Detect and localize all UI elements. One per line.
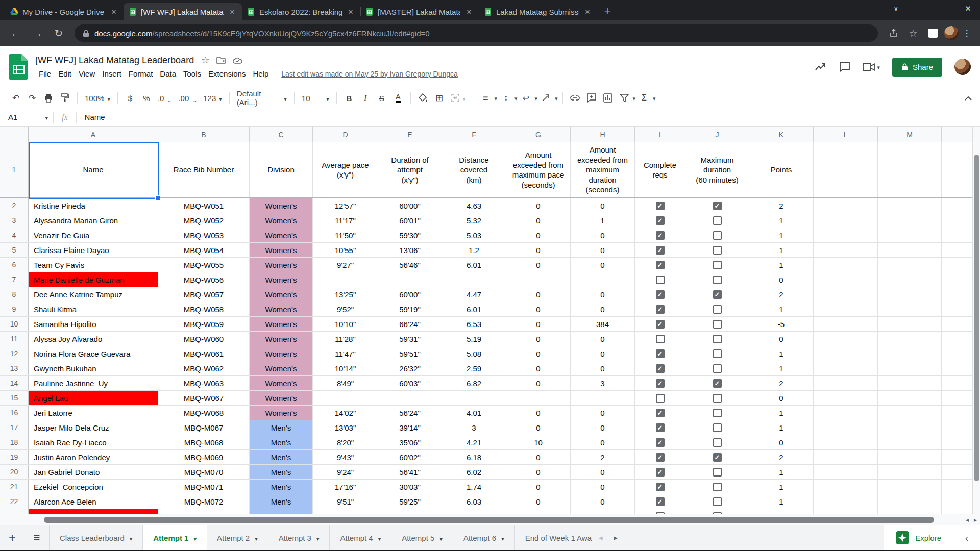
max-duration-checkbox[interactable] [713,305,722,314]
filler-cell[interactable] [942,198,973,213]
column-header-B[interactable]: B [158,127,250,142]
sheet-tab-class-leaderboard[interactable]: Class Leaderboard [49,525,143,550]
header-cell[interactable]: Duration of attempt (x'y") [378,142,442,197]
duration-exceeded-cell[interactable]: 0 [571,332,635,346]
bib-cell[interactable]: MBQ-W059 [158,317,250,331]
bib-cell[interactable]: MBQ-M072 [158,494,250,509]
max-duration-checkbox[interactable] [713,349,722,358]
empty-cell[interactable] [878,228,942,242]
duration-exceeded-cell[interactable]: 0 [571,435,635,449]
division-cell[interactable]: Women's [250,406,313,420]
distance-cell[interactable]: 4.47 [442,287,506,302]
explore-button[interactable]: Explore [884,525,953,550]
star-document-icon[interactable] [201,55,209,66]
grid-corner[interactable] [0,127,29,142]
new-tab-button[interactable] [600,4,615,18]
row-number[interactable]: 3 [0,213,29,228]
pace-cell[interactable]: 11'28" [313,332,378,346]
pace-cell[interactable]: 9'24" [313,465,378,479]
empty-cell[interactable] [878,435,942,449]
name-box[interactable]: A1 [0,113,53,121]
browser-menu-icon[interactable] [961,28,973,39]
points-cell[interactable]: 0 [749,272,814,287]
filler-cell[interactable] [942,346,973,361]
empty-cell[interactable] [814,509,878,514]
distance-cell[interactable]: 2.59 [442,361,506,375]
insert-link-button[interactable] [568,91,583,105]
distance-cell[interactable]: 5.03 [442,228,506,242]
division-cell[interactable]: Women's [250,391,313,405]
max-duration-checkbox[interactable] [713,364,722,373]
duration-exceeded-cell[interactable]: 0 [571,243,635,257]
complete-reqs-checkbox[interactable] [656,261,665,269]
distance-cell[interactable]: 5.08 [442,346,506,361]
empty-cell[interactable] [878,406,942,420]
pace-cell[interactable]: 8'49" [313,376,378,390]
account-avatar[interactable] [954,59,971,75]
duration-exceeded-cell[interactable]: 0 [571,465,635,479]
duration-exceeded-cell[interactable]: 2 [571,450,635,464]
empty-cell[interactable] [814,258,878,272]
header-cell[interactable]: Distance covered (km) [442,142,506,197]
complete-reqs-checkbox[interactable] [656,379,665,388]
zoom-select[interactable]: 100% [82,91,113,105]
paint-format-button[interactable] [57,91,72,105]
column-header-C[interactable]: C [250,127,313,142]
row-number[interactable]: 1 [0,142,29,197]
duration-cell[interactable]: 13'06" [378,243,442,257]
fill-color-button[interactable] [415,91,431,105]
distance-cell[interactable] [442,272,506,287]
complete-reqs-cell[interactable] [635,346,685,361]
division-cell[interactable]: Women's [250,346,313,361]
filler-cell[interactable] [942,332,973,346]
filter-dropdown[interactable] [633,93,636,103]
pace-cell[interactable] [313,272,378,287]
division-cell[interactable]: Women's [250,272,313,287]
max-duration-cell[interactable] [685,346,749,361]
complete-reqs-cell[interactable] [635,494,685,509]
insert-chart-button[interactable] [600,91,616,105]
row-number[interactable]: 13 [0,361,29,375]
bib-cell[interactable]: MBQ-M073 [158,509,250,514]
division-cell[interactable]: Men's [250,420,313,435]
pace-cell[interactable]: 17'16" [313,480,378,494]
max-duration-cell[interactable] [685,435,749,449]
complete-reqs-checkbox[interactable] [656,276,665,284]
max-duration-cell[interactable] [685,317,749,331]
division-cell[interactable]: Women's [250,317,313,331]
pace-exceeded-cell[interactable]: 0 [506,228,571,242]
header-cell[interactable]: Amount exceeded from maximum duration (s… [571,142,635,197]
filler-cell[interactable] [942,435,973,449]
empty-cell[interactable] [814,346,878,361]
pace-exceeded-cell[interactable]: 0 [506,213,571,228]
distance-cell[interactable]: 4.01 [442,406,506,420]
duration-cell[interactable]: 30'03" [378,480,442,494]
header-cell[interactable] [814,142,878,197]
redo-button[interactable] [24,91,40,105]
scroll-left-icon[interactable]: ◂ [966,516,969,523]
max-duration-cell[interactable] [685,406,749,420]
max-duration-cell[interactable] [685,243,749,257]
division-cell[interactable]: Men's [250,465,313,479]
column-header-D[interactable]: D [313,127,378,142]
pace-cell[interactable] [313,391,378,405]
menu-extensions[interactable]: Extensions [205,68,249,79]
pace-exceeded-cell[interactable]: 0 [506,406,571,420]
document-title[interactable]: [WF WFJ] Lakad Matatag Leaderboard [35,55,194,66]
distance-cell[interactable]: 6.01 [442,258,506,272]
filler-cell[interactable] [942,376,973,390]
empty-cell[interactable] [878,391,942,405]
distance-cell[interactable]: 5.19 [442,332,506,346]
complete-reqs-cell[interactable] [635,228,685,242]
max-duration-cell[interactable] [685,302,749,316]
duration-cell[interactable]: 60'00" [378,287,442,302]
complete-reqs-checkbox[interactable] [656,468,665,477]
row-number[interactable]: 5 [0,243,29,257]
pace-exceeded-cell[interactable]: 0 [506,465,571,479]
complete-reqs-checkbox[interactable] [656,216,665,225]
duration-exceeded-cell[interactable]: 0 [571,420,635,435]
menu-data[interactable]: Data [156,68,180,79]
header-cell[interactable]: Average pace (x'y") [313,142,378,197]
tab-close-icon[interactable] [109,7,118,16]
format-currency-button[interactable]: $ [122,91,138,105]
